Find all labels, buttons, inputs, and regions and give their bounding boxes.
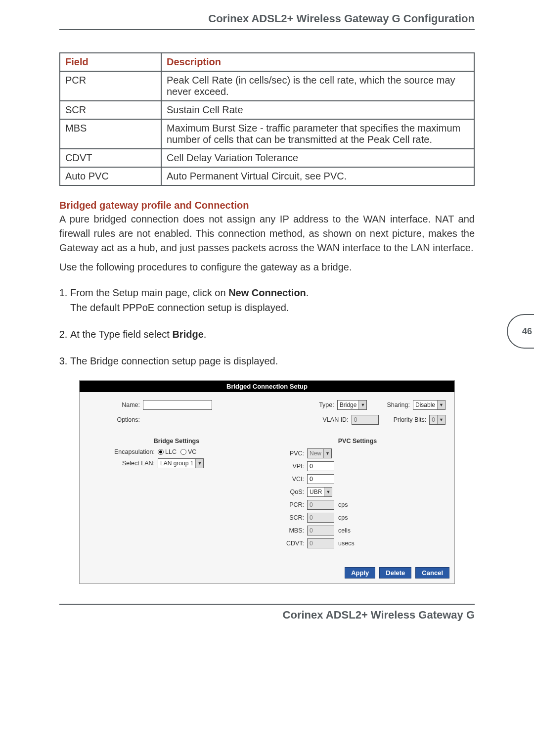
- select-lan-value: LAN group 1: [160, 460, 193, 467]
- qos-select[interactable]: UBR ▼: [307, 487, 332, 497]
- chevron-down-icon: ▼: [437, 415, 445, 424]
- pvc-value: New: [310, 450, 321, 457]
- select-lan-row: Select LAN: LAN group 1 ▼: [93, 458, 260, 468]
- priority-label: Priority Bits:: [394, 416, 430, 423]
- section-paragraph: A pure bridged connection does not assig…: [59, 212, 475, 255]
- pvc-settings-title: PVC Settings: [274, 438, 441, 445]
- cell-desc: Sustain Cell Rate: [161, 101, 474, 119]
- cell-field: MBS: [60, 119, 161, 149]
- sharing-select[interactable]: Disable ▼: [413, 400, 445, 410]
- select-lan-label: Select LAN:: [93, 460, 158, 467]
- page-number: 46: [522, 326, 532, 337]
- table-row: SCR Sustain Cell Rate: [60, 101, 474, 119]
- scr-input[interactable]: [307, 513, 334, 523]
- vci-label: VCI:: [274, 476, 307, 483]
- table-row: Auto PVC Auto Permanent Virtual Circuit,…: [60, 167, 474, 185]
- vpi-input[interactable]: [307, 461, 334, 471]
- procedure-list: From the Setup main page, click on New C…: [70, 285, 475, 368]
- type-select[interactable]: Bridge ▼: [337, 400, 367, 410]
- pvc-settings-panel: PVC Settings PVC: New ▼ VPI: VCI:: [269, 434, 445, 556]
- figure-title: Bridged Connection Setup: [80, 381, 454, 392]
- th-field: Field: [60, 53, 161, 71]
- cancel-button[interactable]: Cancel: [415, 567, 449, 578]
- mbs-label: MBS:: [274, 527, 307, 534]
- step-bold: New Connection: [228, 287, 306, 298]
- th-description: Description: [161, 53, 474, 71]
- procedure-step: From the Setup main page, click on New C…: [70, 285, 475, 315]
- step-bold: Bridge: [172, 329, 203, 340]
- cell-field: PCR: [60, 71, 161, 101]
- scr-unit: cps: [338, 514, 348, 521]
- cell-field: SCR: [60, 101, 161, 119]
- cell-desc: Auto Permanent Virtual Circuit, see PVC.: [161, 167, 474, 185]
- encaps-vc-radio[interactable]: [180, 449, 186, 455]
- encapsulation-label: Encapsulation:: [93, 448, 158, 455]
- step-text: At the Type field select: [70, 329, 172, 340]
- type-label: Type:: [319, 401, 337, 408]
- cdvt-input[interactable]: [307, 538, 334, 548]
- procedure-step: The Bridge connection setup page is disp…: [70, 354, 475, 368]
- encaps-llc-radio[interactable]: [158, 449, 164, 455]
- name-label: Name:: [89, 401, 143, 408]
- section-paragraph: Use the following procedures to configur…: [59, 260, 475, 274]
- sharing-select-value: Disable: [415, 401, 435, 408]
- step-text: .: [204, 329, 207, 340]
- procedure-step: At the Type field select Bridge.: [70, 327, 475, 342]
- table-header-row: Field Description: [60, 53, 474, 71]
- qos-value: UBR: [310, 489, 322, 495]
- bridge-settings-panel: Bridge Settings Encapsulation: LLC VC Se…: [89, 434, 265, 556]
- pvc-select[interactable]: New ▼: [307, 448, 332, 458]
- mbs-input[interactable]: [307, 526, 334, 535]
- top-row-1: Name: Type: Bridge ▼ Sharing: Disable ▼: [89, 400, 445, 410]
- sharing-label: Sharing:: [387, 401, 413, 408]
- cell-desc: Maximum Burst Size - traffic parameter t…: [161, 119, 474, 149]
- section-heading: Bridged gateway profile and Connection: [59, 200, 475, 211]
- priority-select-value: 0: [432, 416, 435, 423]
- cell-field: CDVT: [60, 149, 161, 167]
- pvc-label: PVC:: [274, 450, 307, 457]
- priority-select[interactable]: 0 ▼: [429, 415, 445, 425]
- page-footer: Corinex ADSL2+ Wireless Gateway G: [59, 604, 475, 622]
- definitions-table: Field Description PCR Peak Cell Rate (in…: [59, 52, 475, 186]
- table-row: PCR Peak Cell Rate (in cells/sec) is the…: [60, 71, 474, 101]
- cell-desc: Peak Cell Rate (in cells/sec) is the cel…: [161, 71, 474, 101]
- select-lan-select[interactable]: LAN group 1 ▼: [158, 458, 204, 468]
- apply-button[interactable]: Apply: [345, 567, 375, 578]
- table-row: MBS Maximum Burst Size - traffic paramet…: [60, 119, 474, 149]
- mbs-unit: cells: [338, 527, 351, 534]
- vlan-input[interactable]: [352, 415, 379, 425]
- chevron-down-icon: ▼: [437, 400, 445, 409]
- pcr-input[interactable]: [307, 500, 334, 510]
- encaps-llc-text: LLC: [165, 448, 177, 455]
- chevron-down-icon: ▼: [358, 400, 366, 409]
- cell-field: Auto PVC: [60, 167, 161, 185]
- name-input[interactable]: [143, 400, 212, 410]
- delete-button[interactable]: Delete: [379, 567, 411, 578]
- chevron-down-icon: ▼: [195, 459, 203, 468]
- page-header: Corinex ADSL2+ Wireless Gateway G Config…: [59, 12, 475, 30]
- step-text: The Bridge connection setup page is disp…: [70, 356, 278, 366]
- table-row: CDVT Cell Delay Variation Tolerance: [60, 149, 474, 167]
- step-text: From the Setup main page, click on: [70, 287, 228, 298]
- pcr-unit: cps: [338, 501, 348, 508]
- qos-label: QoS:: [274, 489, 307, 495]
- page-number-tab: 46: [507, 314, 534, 349]
- encapsulation-row: Encapsulation: LLC VC: [93, 448, 260, 455]
- cell-desc: Cell Delay Variation Tolerance: [161, 149, 474, 167]
- top-row-2: Options: VLAN ID: Priority Bits: 0 ▼: [89, 415, 445, 425]
- options-label: Options:: [89, 416, 143, 423]
- vci-input[interactable]: [307, 474, 334, 484]
- chevron-down-icon: ▼: [324, 488, 332, 496]
- button-row: Apply Delete Cancel: [80, 556, 454, 583]
- chevron-down-icon: ▼: [323, 449, 331, 458]
- cdvt-unit: usecs: [338, 540, 355, 547]
- vlan-label: VLAN ID:: [323, 416, 352, 423]
- type-select-value: Bridge: [340, 401, 357, 408]
- bridged-connection-figure: Bridged Connection Setup Name: Type: Bri…: [79, 380, 455, 584]
- bridge-settings-title: Bridge Settings: [93, 438, 260, 445]
- vpi-label: VPI:: [274, 463, 307, 470]
- encaps-vc-text: VC: [188, 448, 196, 455]
- cdvt-label: CDVT:: [274, 540, 307, 547]
- scr-label: SCR:: [274, 514, 307, 521]
- pcr-label: PCR:: [274, 501, 307, 508]
